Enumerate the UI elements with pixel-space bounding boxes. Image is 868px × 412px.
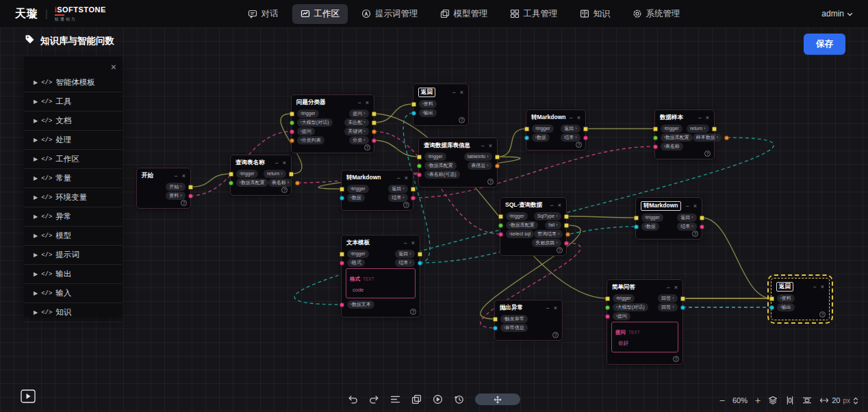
workflow-canvas[interactable]: 知识库与智能问数 保存 × ▶</>智能体模板▶</>工具▶</>文档▶</>处… [0, 27, 868, 412]
node-qtn[interactable]: 查询表名称 −×triggerreturn数据库配置表名称? [230, 155, 292, 196]
node-header[interactable]: 文本模板 −× [342, 235, 420, 249]
node-header[interactable]: 抛出异常 −× [495, 300, 562, 314]
palette-item-12[interactable]: ▶</>知识 [24, 303, 122, 322]
help-icon[interactable]: ? [459, 117, 465, 123]
palette-item-9[interactable]: ▶</>提示词 [24, 246, 122, 265]
palette-item-10[interactable]: ▶</>输出 [24, 265, 122, 284]
node-header[interactable]: 转Markdown −× [636, 198, 702, 213]
close-icon[interactable]: × [405, 175, 408, 181]
minimize-icon[interactable]: − [666, 285, 669, 291]
input-port[interactable]: 数据库配置 [653, 133, 693, 141]
port-dot[interactable] [372, 112, 376, 116]
input-port[interactable]: 格式 [340, 259, 365, 266]
output-port[interactable]: 返回 [388, 185, 415, 192]
input-port[interactable]: trigger [605, 294, 635, 302]
output-port[interactable]: 返回 [395, 250, 422, 257]
port-dot[interactable] [340, 252, 344, 257]
close-icon[interactable]: × [111, 62, 116, 72]
help-icon[interactable]: ? [673, 356, 679, 362]
nav-item-3[interactable]: 模型管理 [432, 4, 496, 24]
port-dot[interactable] [700, 216, 704, 220]
node-ret2[interactable]: 返回 −×资料输出? [771, 278, 830, 320]
close-icon[interactable]: × [460, 90, 463, 96]
alignh-icon[interactable] [802, 396, 812, 405]
input-port[interactable]: 异常信息 [493, 324, 528, 331]
node-header[interactable]: 返回 −× [771, 279, 829, 294]
node-header[interactable]: 开始 −× [137, 168, 190, 182]
expand-caret-icon[interactable]: ▶ [34, 271, 38, 277]
output-port[interactable]: 返回 [677, 214, 704, 221]
port-dot[interactable] [498, 223, 503, 228]
zoom-out-button[interactable]: − [719, 396, 725, 405]
input-port[interactable]: 数据 [634, 222, 659, 230]
port-dot[interactable] [769, 296, 774, 301]
port-dot[interactable] [769, 305, 774, 310]
input-port[interactable]: 分类列表 [290, 136, 324, 144]
close-icon[interactable]: × [283, 160, 286, 166]
output-port[interactable]: 样本数据 [693, 133, 729, 141]
output-port[interactable]: 回答 [658, 294, 685, 302]
expand-caret-icon[interactable]: ▶ [34, 290, 38, 296]
input-port[interactable]: 输出 [411, 109, 437, 116]
output-port[interactable]: 未匹配 [344, 118, 376, 126]
port-dot[interactable] [372, 120, 376, 125]
input-port[interactable]: 数据 [524, 133, 550, 141]
user-menu[interactable]: admin [821, 9, 853, 18]
help-icon[interactable]: ? [576, 142, 582, 148]
input-port[interactable]: 表名称 [653, 142, 683, 150]
expand-caret-icon[interactable]: ▶ [34, 252, 38, 258]
port-dot[interactable] [605, 314, 610, 319]
input-port[interactable]: trigger [290, 110, 319, 117]
port-dot[interactable] [411, 187, 416, 192]
palette-item-2[interactable]: ▶</>文档 [24, 112, 122, 131]
input-port[interactable]: 触发异常 [493, 315, 528, 322]
port-dot[interactable] [372, 138, 376, 143]
node-exc[interactable]: 抛出异常 −×触发异常异常信息? [494, 300, 563, 341]
port-dot[interactable] [290, 129, 294, 134]
port-dot[interactable] [290, 138, 294, 143]
output-port[interactable]: 表名称 [268, 179, 300, 186]
close-icon[interactable]: × [706, 115, 709, 121]
port-dot[interactable] [417, 155, 422, 159]
output-port[interactable]: 失败原因 [532, 239, 568, 246]
port-dot[interactable] [712, 127, 717, 131]
help-icon[interactable]: ? [403, 202, 409, 208]
port-dot[interactable] [498, 214, 503, 219]
help-icon[interactable]: ? [704, 151, 711, 157]
port-dot[interactable] [188, 185, 193, 190]
input-port[interactable]: 资料 [769, 294, 795, 302]
nav-item-0[interactable]: 对话 [240, 4, 287, 24]
minimize-icon[interactable]: − [546, 305, 549, 311]
port-dot[interactable] [340, 187, 344, 192]
input-port[interactable]: trigger [340, 185, 369, 192]
output-port[interactable]: tableinfo [464, 153, 500, 160]
expand-caret-icon[interactable]: ▶ [34, 194, 38, 201]
port-dot[interactable] [411, 102, 416, 107]
minimize-icon[interactable]: − [685, 203, 689, 209]
input-port[interactable]: 大模型(对话) [605, 303, 648, 311]
port-dot[interactable] [524, 127, 529, 131]
help-icon[interactable]: ? [557, 247, 563, 253]
close-icon[interactable]: × [693, 203, 697, 209]
port-dot[interactable] [605, 305, 610, 310]
output-port[interactable]: 结果 [395, 259, 422, 266]
port-dot[interactable] [634, 224, 639, 229]
port-dot[interactable] [290, 120, 294, 125]
input-port[interactable]: 数据库配置 [498, 221, 538, 229]
pan-tool-button[interactable] [475, 394, 520, 405]
output-port[interactable]: 提问 [349, 110, 376, 117]
node-sql[interactable]: SQL-查询数据 −×triggerSqlType数据库配置failselect… [500, 197, 567, 256]
port-dot[interactable] [583, 136, 588, 140]
node-header[interactable]: 问题分类器 −× [292, 95, 374, 109]
port-dot[interactable] [229, 181, 233, 185]
port-dot[interactable] [340, 302, 344, 307]
port-dot[interactable] [495, 164, 500, 168]
close-icon[interactable]: × [821, 284, 824, 290]
output-port[interactable]: 结果 [677, 222, 704, 230]
node-sample[interactable]: 数据样本 −×triggerreturn数据库配置样本数据表名称? [654, 110, 715, 159]
help-icon[interactable]: ? [552, 332, 559, 338]
output-port[interactable]: 结果 [561, 133, 587, 141]
minimize-icon[interactable]: − [481, 143, 484, 149]
run-panel-button[interactable] [21, 389, 36, 406]
palette-item-0[interactable]: ▶</>智能体模板 [24, 73, 122, 92]
